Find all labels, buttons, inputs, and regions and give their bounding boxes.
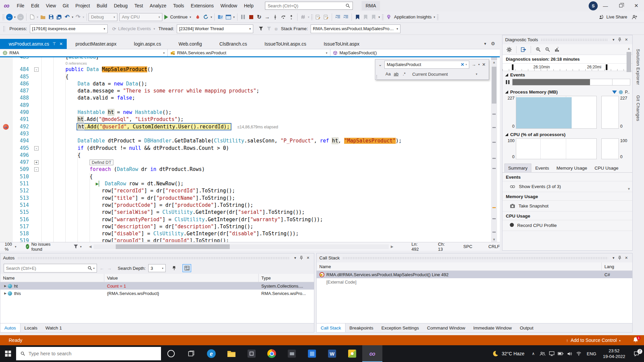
- taskbar-app-app-color[interactable]: [342, 345, 362, 362]
- menu-extensions[interactable]: Extensions: [187, 0, 217, 11]
- pin-icon[interactable]: [298, 256, 305, 260]
- issues-filter[interactable]: ▾: [73, 244, 83, 249]
- breakpoint-gutter[interactable]: [0, 223, 13, 230]
- menu-analyze[interactable]: Analyze: [146, 0, 170, 11]
- add-to-source-control-button[interactable]: ↑ Add to Source Control ▴: [563, 338, 624, 343]
- breakpoint-gutter[interactable]: [0, 187, 13, 194]
- breakpoint-gutter[interactable]: [0, 152, 13, 159]
- clear-search-icon[interactable]: ✕: [459, 62, 466, 67]
- issues-indicator[interactable]: ✓ No issues found: [26, 242, 53, 252]
- type-dropdown[interactable]: RMA.Services.wsProduct▾: [168, 49, 330, 56]
- tab-productMaster-aspx[interactable]: productMaster.aspx: [67, 39, 125, 49]
- expand-arrow-icon[interactable]: ▶: [3, 292, 8, 295]
- code-line-491[interactable]: 491ht.Add("@modeSql", "ListProducts");: [0, 116, 490, 123]
- code-line-489[interactable]: 489: [0, 102, 490, 109]
- pin-tab-icon[interactable]: ⊤: [53, 42, 56, 46]
- pause-events-icon[interactable]: [506, 80, 509, 84]
- expand-arrow-icon[interactable]: ▶: [3, 284, 8, 288]
- taskbar-app-word[interactable]: W: [322, 345, 342, 362]
- menu-edit[interactable]: Edit: [28, 0, 43, 11]
- close-tab-icon[interactable]: ✕: [59, 42, 63, 46]
- dropdown-chevron-icon[interactable]: ▾: [433, 15, 436, 19]
- autos-search-input[interactable]: [6, 266, 88, 271]
- zoom-out-icon[interactable]: [543, 45, 551, 54]
- solution-configuration-combo[interactable]: Debug▾: [89, 13, 117, 21]
- user-avatar[interactable]: S: [589, 1, 598, 10]
- code-line-488[interactable]: 488data.valid = false;: [0, 95, 490, 102]
- restart-debugging-icon[interactable]: ↻: [255, 13, 263, 21]
- action-center-button[interactable]: 7: [629, 351, 644, 357]
- breakpoint-gutter[interactable]: [0, 80, 13, 87]
- panel-tab-locals[interactable]: Locals: [20, 323, 42, 332]
- code-line-495[interactable]: 495-if (dtProduct != null && dtProduct.R…: [0, 145, 490, 152]
- tray-network-icon[interactable]: [574, 352, 583, 356]
- breakpoint-gutter[interactable]: [0, 209, 13, 216]
- thread-combo[interactable]: [23284] Worker Thread▾: [177, 24, 253, 33]
- taskbar-search-box[interactable]: [16, 347, 161, 360]
- hscroll-thumb[interactable]: [116, 244, 230, 249]
- code-line-511[interactable]: 511▶▏ DataRow row = dt.NewRow();: [0, 180, 490, 187]
- code-line-486[interactable]: 486Data data = new Data();: [0, 80, 490, 87]
- breakpoint-gutter[interactable]: [0, 87, 13, 95]
- find-expand-chevron-icon[interactable]: ⌄: [377, 62, 384, 67]
- code-line-496[interactable]: 496{: [0, 152, 490, 159]
- diagnostics-settings-gear-icon[interactable]: [505, 45, 513, 54]
- stack-frame-combo[interactable]: RMA.Services.wsProduct.MapSalesProduct▾: [311, 24, 400, 33]
- dropdown-chevron-icon[interactable]: ▾: [82, 15, 85, 19]
- tab-IssueToUnit-aspx[interactable]: IssueToUnit.aspx: [315, 39, 368, 49]
- breakpoint-gutter[interactable]: [0, 202, 13, 209]
- menu-project[interactable]: Project: [72, 0, 94, 11]
- menu-view[interactable]: View: [43, 0, 59, 11]
- fold-collapse-icon[interactable]: -: [34, 146, 39, 150]
- autos-search-box[interactable]: ▾: [4, 264, 97, 273]
- increase-indent-icon[interactable]: [342, 13, 350, 21]
- find-input[interactable]: [387, 62, 459, 67]
- diagnostics-scrollbar[interactable]: ▲ ▼: [626, 47, 632, 191]
- breakpoint-gutter[interactable]: [0, 61, 13, 66]
- summary-link-show-events-3-of-3-[interactable]: Show Events (3 of 3): [502, 181, 632, 192]
- autos-titlebar[interactable]: Autos ▾ ✕: [0, 253, 314, 262]
- match-case-toggle[interactable]: Aa: [384, 72, 392, 76]
- autos-format-toggle-button[interactable]: ab: [182, 264, 191, 272]
- dropdown-chevron-icon[interactable]: ▾: [13, 15, 16, 19]
- code-line-515[interactable]: 515row["serialWise"] = ClsUtility.GetInt…: [0, 209, 490, 216]
- dropdown-chevron-icon[interactable]: ▾: [210, 15, 213, 19]
- callstack-row[interactable]: ▶RMA.dll!RMA.Services.wsProduct.MapSales…: [317, 271, 632, 278]
- code-line-512[interactable]: 512row["recordId"] = dr["recordId"].ToSt…: [0, 187, 490, 194]
- fold-collapse-icon[interactable]: -: [34, 67, 39, 72]
- continue-button[interactable]: Continue▾: [162, 13, 194, 21]
- diag-tab-events[interactable]: Events: [532, 164, 552, 172]
- tab-ClsBranch-cs[interactable]: ClsBranch.cs: [211, 39, 256, 49]
- taskbar-search-input[interactable]: [29, 351, 157, 356]
- breakpoint-gutter[interactable]: [0, 130, 13, 137]
- clock[interactable]: 23:52 19-04-2022: [600, 348, 629, 359]
- diag-tab-cpu-usage[interactable]: CPU Usage: [591, 164, 622, 172]
- autos-row-this[interactable]: ▶this{RMA.Services.wsProduct}RMA.Service…: [0, 290, 314, 297]
- iis-express-icon[interactable]: [224, 13, 232, 21]
- breakpoint-gutter[interactable]: [0, 230, 13, 237]
- code-line-518[interactable]: 518row["disable"] = ClsUtility.GetIntege…: [0, 230, 490, 237]
- taskbar-app-app-dark-1[interactable]: [241, 345, 262, 362]
- close-button[interactable]: ✕: [629, 0, 644, 11]
- live-share-button[interactable]: Live Share: [598, 13, 628, 21]
- events-section-header[interactable]: Events: [502, 71, 632, 79]
- document-outline-icon[interactable]: [322, 13, 330, 21]
- editor-vertical-scrollbar[interactable]: ▲ ▼: [491, 57, 497, 242]
- diag-tab-summary[interactable]: Summary: [504, 164, 531, 172]
- panel-tab-watch-1[interactable]: Watch 1: [42, 323, 66, 332]
- diag-tab-memory-usage[interactable]: Memory Usage: [553, 164, 591, 172]
- project-dropdown[interactable]: RMA▾: [0, 49, 168, 56]
- breakpoint-gutter[interactable]: [0, 66, 13, 73]
- quick-search-box[interactable]: [265, 2, 353, 10]
- menu-git[interactable]: Git: [59, 0, 72, 11]
- code-line-490[interactable]: 490Hashtable ht = new Hashtable();: [0, 109, 490, 116]
- code-editor[interactable]: 483[WebMethod]0 references484-public Dat…: [0, 57, 500, 242]
- scroll-right-icon[interactable]: ▶: [389, 245, 395, 248]
- scrollbar-thumb[interactable]: [492, 67, 496, 104]
- previous-bookmark-icon[interactable]: [362, 13, 370, 21]
- breakpoint-gutter[interactable]: [0, 195, 13, 202]
- hidden-icons-chevron-icon[interactable]: ∧: [529, 351, 538, 356]
- pin-icon[interactable]: [616, 256, 623, 260]
- window-position-chevron-icon[interactable]: ▾: [611, 256, 616, 260]
- tab-settings-gear-icon[interactable]: ⚙: [491, 41, 495, 46]
